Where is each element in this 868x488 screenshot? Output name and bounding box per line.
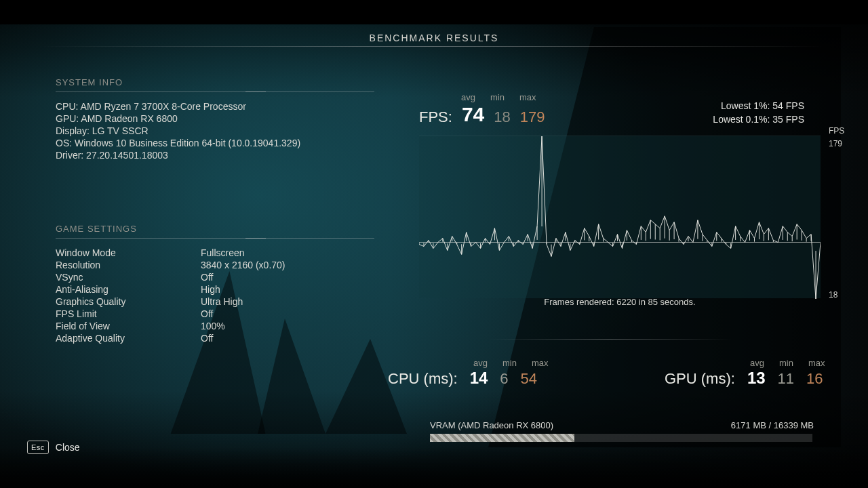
gpu-avg: 13 [747, 369, 766, 388]
settings-row: Adaptive QualityOff [56, 332, 374, 344]
settings-row: VSyncOff [56, 271, 374, 283]
settings-row: Graphics QualityUltra High [56, 296, 374, 308]
esc-keycap-icon: Esc [27, 441, 49, 454]
system-info-line: Display: LG TV SSCR [56, 125, 374, 137]
settings-row: FPS LimitOff [56, 308, 374, 320]
vram-bar [430, 434, 812, 442]
system-info-heading: SYSTEM INFO [56, 77, 374, 92]
lowest-01pct: Lowest 0.1%: 35 FPS [713, 113, 804, 126]
system-info-line: OS: Windows 10 Business Edition 64-bit (… [56, 137, 374, 149]
cpu-max: 54 [521, 370, 537, 388]
settings-key: Anti-Aliasing [56, 283, 201, 296]
chart-y-max: 179 [823, 139, 842, 148]
chart-y-min: 18 [823, 290, 837, 300]
settings-value: Ultra High [201, 296, 243, 308]
cpu-label: CPU (ms): [388, 370, 458, 388]
close-button[interactable]: Esc Close [27, 441, 80, 454]
bottom-gradient [0, 447, 868, 488]
settings-value: Off [201, 271, 213, 283]
system-info-line: Driver: 27.20.14501.18003 [56, 149, 374, 161]
page-title: BENCHMARK RESULTS [0, 33, 868, 43]
gpu-min: 11 [778, 370, 794, 388]
fps-col-labels: avg min max [461, 92, 536, 102]
game-settings-heading: GAME SETTINGS [56, 224, 374, 239]
settings-key: Graphics Quality [56, 296, 201, 308]
settings-row: Anti-AliasingHigh [56, 283, 374, 296]
settings-value: Off [201, 308, 213, 320]
lowest-percentiles: Lowest 1%: 54 FPS Lowest 0.1%: 35 FPS [713, 99, 804, 126]
gpu-label: GPU (ms): [665, 370, 735, 388]
separator [488, 339, 732, 340]
cpu-avg: 14 [470, 369, 488, 388]
top-black-bar [0, 0, 868, 24]
settings-value: Off [201, 332, 213, 344]
system-info-line: GPU: AMD Radeon RX 6800 [56, 113, 374, 125]
settings-key: FPS Limit [56, 308, 201, 320]
settings-row: Field of View100% [56, 320, 374, 332]
lowest-1pct: Lowest 1%: 54 FPS [713, 99, 804, 113]
settings-value: 3840 x 2160 (x0.70) [201, 259, 285, 271]
fps-avg: 74 [462, 103, 484, 126]
gpu-max: 16 [806, 370, 823, 388]
label-min: min [490, 92, 505, 102]
fps-chart: FPS 179 18 [419, 136, 821, 298]
system-info-line: CPU: AMD Ryzen 7 3700X 8-Core Processor [56, 100, 374, 113]
game-settings-panel: GAME SETTINGS Window ModeFullscreenResol… [56, 224, 374, 344]
vram-bar-fill [430, 434, 574, 442]
settings-value: High [201, 283, 220, 296]
label-max: max [519, 92, 536, 102]
settings-row: Window ModeFullscreen [56, 247, 374, 259]
settings-value: 100% [201, 320, 225, 332]
fps-max: 179 [520, 108, 545, 126]
cpu-min: 6 [500, 370, 508, 388]
settings-value: Fullscreen [201, 247, 245, 259]
settings-key: Resolution [56, 259, 201, 271]
vram-label: VRAM (AMD Radeon RX 6800) [430, 420, 553, 430]
close-label: Close [56, 442, 80, 453]
chart-y-unit: FPS [823, 126, 844, 136]
settings-key: Field of View [56, 320, 201, 332]
cpu-col-labels: avg min max [473, 358, 548, 368]
gpu-col-labels: avg min max [750, 358, 825, 368]
vram-value: 6171 MB / 16339 MB [731, 420, 814, 430]
settings-row: Resolution3840 x 2160 (x0.70) [56, 259, 374, 271]
settings-key: Window Mode [56, 247, 201, 259]
system-info-panel: SYSTEM INFO CPU: AMD Ryzen 7 3700X 8-Cor… [56, 77, 374, 161]
settings-key: VSync [56, 271, 201, 283]
title-rule [41, 46, 823, 47]
fps-label: FPS: [419, 108, 452, 126]
label-avg: avg [461, 92, 475, 102]
settings-key: Adaptive Quality [56, 332, 201, 344]
frames-rendered-text: Frames rendered: 6220 in 85 seconds. [419, 297, 821, 307]
fps-chart-canvas [419, 136, 821, 299]
fps-min: 18 [494, 108, 510, 126]
